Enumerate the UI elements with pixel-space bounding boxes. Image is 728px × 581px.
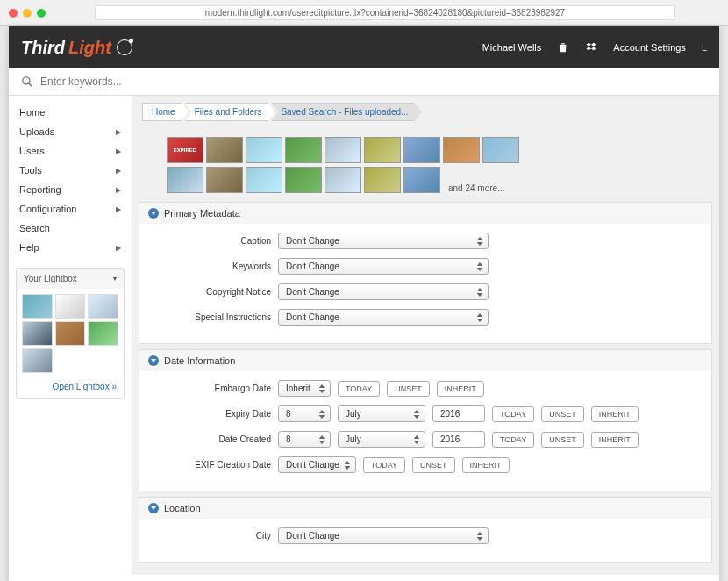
nav-uploads[interactable]: Uploads▶ [9, 122, 132, 141]
lightbox-thumb[interactable] [22, 321, 53, 346]
label-created: Date Created [157, 434, 271, 444]
window-close-icon[interactable] [9, 9, 18, 18]
chevron-right-icon: ▶ [116, 147, 121, 155]
today-button[interactable]: TODAY [363, 457, 405, 473]
logout-link[interactable]: L [702, 42, 707, 53]
nav-configuration[interactable]: Configuration▶ [9, 199, 132, 219]
unset-button[interactable]: UNSET [541, 406, 584, 422]
thumb-expired[interactable] [167, 137, 203, 163]
thumb[interactable] [364, 137, 401, 163]
logo-icon [117, 39, 132, 55]
user-menu[interactable]: Michael Wells [482, 42, 542, 53]
select-special[interactable]: Don't Change [278, 309, 489, 326]
thumb[interactable] [246, 167, 282, 193]
window-maximize-icon[interactable] [37, 9, 46, 18]
section-title: Location [164, 503, 201, 513]
row-exif: EXIF Creation Date Don't Change TODAY UN… [157, 456, 694, 473]
unset-button[interactable]: UNSET [412, 457, 455, 473]
today-button[interactable]: TODAY [492, 406, 534, 422]
nav-help[interactable]: Help▶ [9, 238, 132, 257]
row-created: Date Created 8 July TODAY UNSET INHERIT [157, 431, 694, 448]
dropbox-button[interactable] [585, 41, 597, 54]
thumb[interactable] [403, 167, 440, 193]
row-copyright: Copyright Notice Don't Change [157, 283, 694, 300]
inherit-button[interactable]: INHERIT [591, 432, 639, 448]
chevron-right-icon: ▶ [116, 244, 121, 252]
thumb[interactable] [364, 167, 401, 193]
nav-search[interactable]: Search [9, 219, 132, 238]
lightbox-thumb[interactable] [88, 321, 118, 346]
chevron-right-icon: ▶ [116, 128, 121, 136]
lightbox-thumb[interactable] [22, 348, 53, 373]
thumb[interactable] [325, 167, 361, 193]
window-minimize-icon[interactable] [23, 9, 32, 18]
lightbox-thumb[interactable] [55, 321, 86, 346]
more-label: and 24 more... [448, 183, 504, 193]
thumb[interactable] [285, 167, 322, 193]
select-created-month[interactable]: July [338, 431, 425, 448]
url-bar[interactable]: modern.thirdlight.com/usereditpicture.tl… [95, 5, 675, 20]
select-expiry-month[interactable]: July [338, 405, 425, 422]
lightbox-thumb[interactable] [55, 294, 86, 319]
inherit-button[interactable]: INHERIT [437, 381, 484, 397]
sidebar: Home Uploads▶ Users▶ Tools▶ Reporting▶ C… [9, 96, 132, 575]
section-title: Date Information [164, 355, 235, 366]
lightbox-header[interactable]: Your Lightbox ▾ [17, 269, 124, 289]
inherit-button[interactable]: INHERIT [591, 406, 639, 422]
select-exif[interactable]: Don't Change [278, 456, 356, 473]
select-city[interactable]: Don't Change [278, 527, 489, 544]
crumb-saved-search[interactable]: Saved Search - Files uploaded... [271, 103, 421, 121]
section-primary-metadata: Primary Metadata Caption Don't Change Ke… [139, 202, 712, 344]
crumb-home[interactable]: Home [142, 103, 189, 121]
select-expiry-day[interactable]: 8 [278, 405, 331, 422]
user-name: Michael Wells [482, 42, 542, 53]
nav-reporting[interactable]: Reporting▶ [9, 180, 132, 199]
nav-users[interactable]: Users▶ [9, 141, 132, 161]
logo-first: Third [21, 38, 65, 58]
today-button[interactable]: TODAY [338, 381, 380, 397]
collapse-icon [148, 208, 159, 219]
svg-line-1 [29, 83, 32, 87]
search-input[interactable] [40, 75, 707, 88]
select-caption[interactable]: Don't Change [278, 233, 489, 249]
thumb[interactable] [325, 137, 361, 163]
thumb[interactable] [403, 137, 440, 163]
row-caption: Caption Don't Change [157, 233, 694, 249]
account-settings-link[interactable]: Account Settings [613, 42, 686, 53]
today-button[interactable]: TODAY [492, 432, 534, 448]
logout-label: L [702, 42, 707, 53]
unset-button[interactable]: UNSET [541, 432, 584, 448]
select-keywords[interactable]: Don't Change [278, 258, 489, 275]
select-copyright[interactable]: Don't Change [278, 283, 489, 300]
section-header-date[interactable]: Date Information [139, 350, 711, 371]
unset-button[interactable]: UNSET [387, 381, 430, 397]
open-lightbox-link[interactable]: Open Lightbox » [17, 378, 124, 398]
input-created-year[interactable] [432, 431, 485, 448]
thumb[interactable] [206, 137, 243, 163]
dropbox-icon [585, 41, 597, 54]
input-expiry-year[interactable] [432, 405, 485, 422]
section-header-location[interactable]: Location [139, 498, 711, 519]
nav-home[interactable]: Home [9, 103, 132, 122]
label-caption: Caption [157, 236, 271, 246]
inherit-button[interactable]: INHERIT [462, 457, 510, 473]
section-header-primary[interactable]: Primary Metadata [139, 203, 711, 224]
trash-icon [557, 41, 569, 54]
thumb[interactable] [443, 137, 480, 163]
select-created-day[interactable]: 8 [278, 431, 331, 448]
browser-chrome: modern.thirdlight.com/usereditpicture.tl… [0, 0, 728, 26]
thumb[interactable] [246, 137, 282, 163]
label-expiry: Expiry Date [157, 409, 271, 419]
thumb[interactable] [167, 167, 203, 193]
search-icon [21, 75, 33, 88]
nav-tools[interactable]: Tools▶ [9, 161, 132, 180]
thumb[interactable] [285, 137, 322, 163]
lightbox-thumb[interactable] [22, 294, 53, 319]
trash-button[interactable] [557, 41, 569, 54]
thumb[interactable] [482, 137, 519, 163]
logo[interactable]: ThirdLight [21, 38, 132, 58]
lightbox-thumb[interactable] [88, 294, 118, 319]
thumb[interactable] [206, 167, 243, 193]
select-embargo[interactable]: Inherit [278, 380, 331, 397]
crumb-files[interactable]: Files and Folders [185, 103, 275, 121]
